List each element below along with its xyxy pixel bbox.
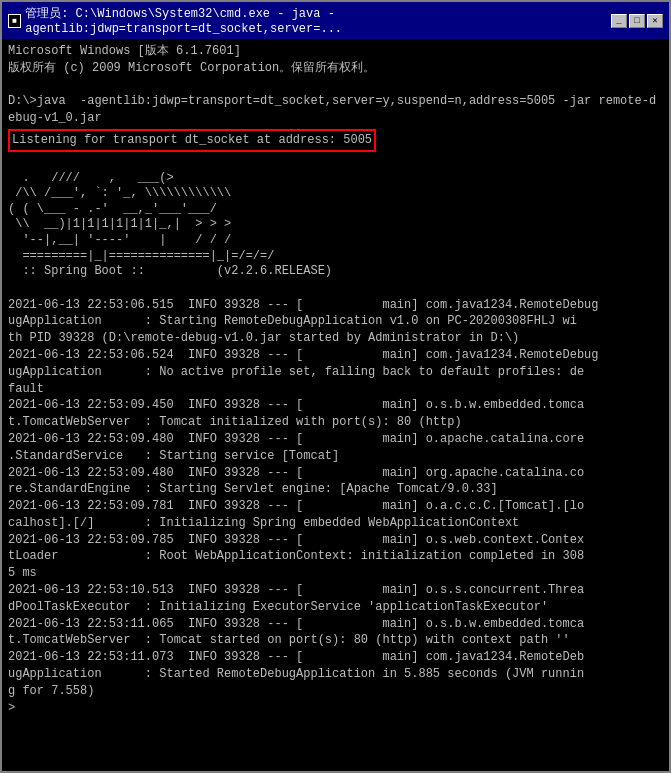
ascii-line4: \\ __)|1|1|1|1|1|1|_,| > > > xyxy=(8,217,663,233)
line-blank1 xyxy=(8,77,663,94)
console-output[interactable]: Microsoft Windows [版本 6.1.7601] 版权所有 (c)… xyxy=(2,39,669,771)
line-listening: Listening for transport dt_socket at add… xyxy=(8,129,663,152)
log-line3: 2021-06-13 22:53:09.450 INFO 39328 --- [… xyxy=(8,397,663,431)
line-windows-version: Microsoft Windows [版本 6.1.7601] xyxy=(8,43,663,60)
minimize-button[interactable]: _ xyxy=(611,14,627,28)
ascii-line6: =========|_|==============|_|=/=/=/ xyxy=(8,249,663,265)
close-button[interactable]: ✕ xyxy=(647,14,663,28)
restore-button[interactable]: □ xyxy=(629,14,645,28)
window-title: 管理员: C:\Windows\System32\cmd.exe - java … xyxy=(25,5,611,36)
cmd-icon: ■ xyxy=(8,14,21,28)
line-blank2 xyxy=(8,154,663,171)
log-line1: 2021-06-13 22:53:06.515 INFO 39328 --- [… xyxy=(8,297,663,347)
log-line10: 2021-06-13 22:53:11.073 INFO 39328 --- [… xyxy=(8,649,663,699)
window-controls: _ □ ✕ xyxy=(611,14,663,28)
log-line2: 2021-06-13 22:53:06.524 INFO 39328 --- [… xyxy=(8,347,663,397)
ascii-line1: . //// , ___(> xyxy=(8,171,663,187)
log-line4: 2021-06-13 22:53:09.480 INFO 39328 --- [… xyxy=(8,431,663,465)
ascii-line5: '--|,__| '----' | / / / xyxy=(8,233,663,249)
ascii-line2: /\\ /___', `: '_, \\\\\\\\\\\\ xyxy=(8,186,663,202)
log-line8: 2021-06-13 22:53:10.513 INFO 39328 --- [… xyxy=(8,582,663,616)
log-line7: 2021-06-13 22:53:09.785 INFO 39328 --- [… xyxy=(8,532,663,582)
line-copyright: 版权所有 (c) 2009 Microsoft Corporation。保留所有… xyxy=(8,60,663,77)
ascii-line7: :: Spring Boot :: (v2.2.6.RELEASE) xyxy=(8,264,663,280)
log-line5: 2021-06-13 22:53:09.480 INFO 39328 --- [… xyxy=(8,465,663,499)
spring-boot-ascii-art: . //// , ___(> /\\ /___', `: '_, \\\\\\\… xyxy=(8,171,663,280)
ascii-line3: ( ( \___ - .-' __,_'___'___/ xyxy=(8,202,663,218)
cursor-line: > xyxy=(8,700,663,717)
log-line6: 2021-06-13 22:53:09.781 INFO 39328 --- [… xyxy=(8,498,663,532)
title-bar: ■ 管理员: C:\Windows\System32\cmd.exe - jav… xyxy=(2,2,669,39)
line-java-cmd: D:\>java -agentlib:jdwp=transport=dt_soc… xyxy=(8,93,663,127)
cmd-window: ■ 管理员: C:\Windows\System32\cmd.exe - jav… xyxy=(0,0,671,773)
title-bar-left: ■ 管理员: C:\Windows\System32\cmd.exe - jav… xyxy=(8,5,611,36)
log-line9: 2021-06-13 22:53:11.065 INFO 39328 --- [… xyxy=(8,616,663,650)
listening-text: Listening for transport dt_socket at add… xyxy=(8,129,376,152)
line-blank3 xyxy=(8,280,663,297)
